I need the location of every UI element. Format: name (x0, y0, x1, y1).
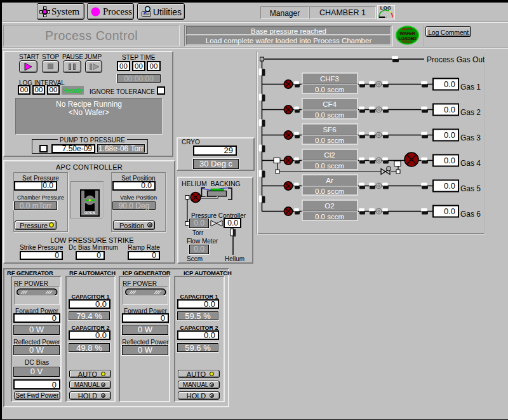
svg-text:Gas 3: Gas 3 (460, 133, 481, 142)
svg-text:Gas 6: Gas 6 (460, 210, 481, 219)
svg-text:Process Gas Out: Process Gas Out (427, 55, 485, 64)
svg-text:Gas 5: Gas 5 (460, 184, 481, 193)
svg-text:WAFER: WAFER (400, 31, 415, 36)
svg-text:CF4: CF4 (323, 100, 337, 108)
svg-text:O2: O2 (324, 202, 334, 210)
svg-text:0.0 sccm: 0.0 sccm (315, 162, 344, 170)
svg-text:0.0 sccm: 0.0 sccm (315, 187, 344, 195)
svg-text:0.0: 0.0 (444, 79, 455, 89)
svg-text:CHF3: CHF3 (320, 75, 339, 83)
svg-text:0.0 sccm: 0.0 sccm (315, 86, 344, 93)
svg-text:SF6: SF6 (323, 126, 336, 133)
svg-text:OPEN: OPEN (84, 211, 96, 215)
svg-text:0.0: 0.0 (444, 181, 455, 191)
svg-text:Gas 2: Gas 2 (460, 108, 481, 117)
svg-text:0.0 sccm: 0.0 sccm (315, 137, 344, 144)
svg-text:0.0: 0.0 (444, 105, 455, 114)
svg-text:0.0 sccm: 0.0 sccm (315, 213, 344, 220)
svg-text:0.0: 0.0 (444, 130, 455, 140)
svg-text:Gas 1: Gas 1 (460, 83, 481, 91)
svg-text:Cl2: Cl2 (324, 151, 335, 159)
svg-text:0.0 sccm: 0.0 sccm (315, 111, 344, 119)
svg-text:0.0: 0.0 (444, 207, 455, 216)
svg-text:LOG: LOG (380, 5, 392, 11)
svg-text:LOADED: LOADED (399, 36, 417, 41)
svg-text:Ar: Ar (326, 177, 333, 184)
svg-text:Gas 4: Gas 4 (460, 159, 481, 168)
svg-text:0.0: 0.0 (444, 156, 455, 165)
